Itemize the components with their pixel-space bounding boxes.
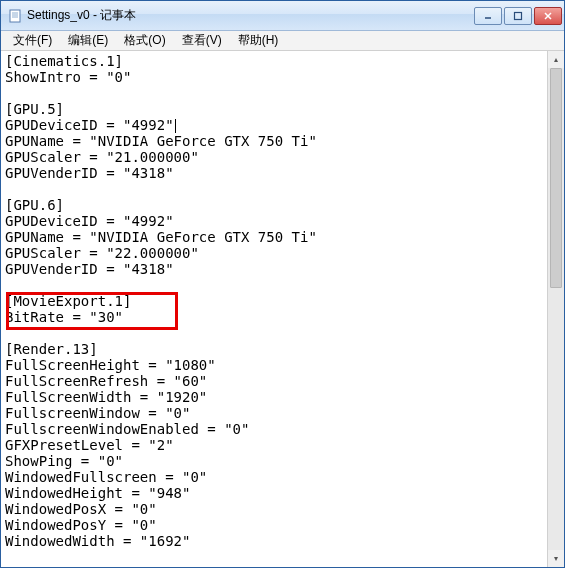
text-cursor [175, 119, 176, 133]
menubar: 文件(F) 编辑(E) 格式(O) 查看(V) 帮助(H) [1, 31, 564, 51]
menu-edit[interactable]: 编辑(E) [60, 30, 116, 51]
scroll-up-arrow[interactable]: ▴ [548, 51, 564, 68]
content-area: [Cinematics.1] ShowIntro = "0" [GPU.5] G… [1, 51, 564, 567]
titlebar[interactable]: Settings_v0 - 记事本 [1, 1, 564, 31]
scroll-down-arrow[interactable]: ▾ [548, 550, 564, 567]
scroll-thumb[interactable] [550, 68, 562, 288]
text-editor[interactable]: [Cinematics.1] ShowIntro = "0" [GPU.5] G… [1, 51, 547, 567]
menu-file[interactable]: 文件(F) [5, 30, 60, 51]
menu-help[interactable]: 帮助(H) [230, 30, 287, 51]
svg-rect-0 [10, 10, 20, 22]
menu-format[interactable]: 格式(O) [116, 30, 173, 51]
svg-rect-5 [515, 12, 522, 19]
notepad-window: Settings_v0 - 记事本 文件(F) 编辑(E) 格式(O) 查看(V… [0, 0, 565, 568]
close-button[interactable] [534, 7, 562, 25]
vertical-scrollbar[interactable]: ▴ ▾ [547, 51, 564, 567]
maximize-button[interactable] [504, 7, 532, 25]
minimize-button[interactable] [474, 7, 502, 25]
menu-view[interactable]: 查看(V) [174, 30, 230, 51]
notepad-icon [7, 8, 23, 24]
window-controls [474, 7, 562, 25]
window-title: Settings_v0 - 记事本 [27, 7, 474, 24]
